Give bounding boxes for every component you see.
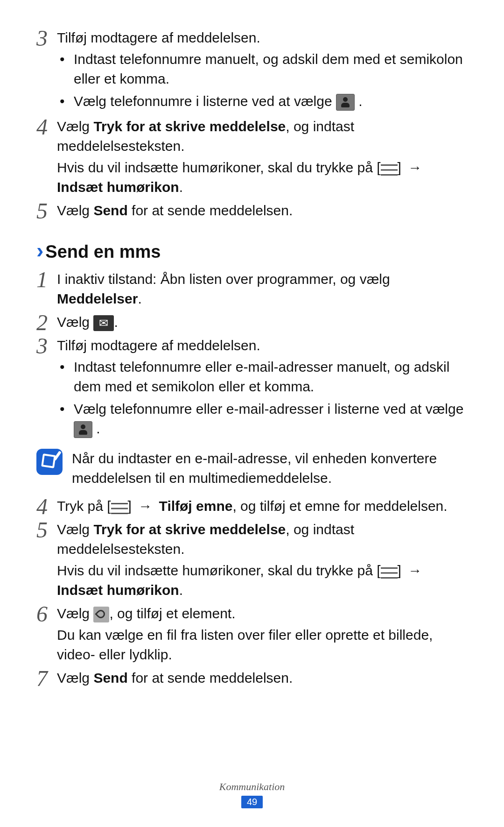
bullet-item: Vælg telefonnumre i listerne ved at vælg… — [74, 92, 468, 111]
step-line: Vælg Send for at sende meddelelsen. — [57, 201, 468, 220]
step-body: Vælg . — [57, 312, 468, 334]
menu-icon — [381, 567, 398, 579]
t: I inaktiv tilstand: Åbn listen over prog… — [57, 271, 390, 287]
note-icon — [36, 449, 63, 475]
step-line: I inaktiv tilstand: Åbn listen over prog… — [57, 269, 468, 309]
step-body: I inaktiv tilstand: Åbn listen over prog… — [57, 269, 468, 311]
step-body: Tilføj modtagere af meddelelsen. Indtast… — [57, 336, 468, 442]
manual-page: 3 Tilføj modtagere af meddelelsen. Indta… — [0, 0, 504, 827]
t: Hvis du vil indsætte humørikoner, skal d… — [57, 563, 381, 578]
step-line: Du kan vælge en fil fra listen over file… — [57, 625, 468, 664]
step-line: Hvis du vil indsætte humørikoner, skal d… — [57, 561, 468, 600]
compose-icon — [93, 315, 114, 331]
step-line: Tryk på [] → Tilføj emne, og tilføj et e… — [57, 496, 468, 516]
t: , og tilføj et emne for meddelelsen. — [232, 498, 447, 514]
step-line: Vælg . — [57, 312, 468, 332]
trail: . — [358, 93, 362, 109]
t-bold: Indsæt humørikon — [57, 582, 179, 598]
t: , og tilføj et element. — [109, 606, 235, 621]
bullet-text: Vælg telefonnumre eller e-mail-adresser … — [74, 401, 463, 417]
t-bold: Tryk for at skrive meddelelse — [93, 119, 286, 134]
step-5a: 5 Vælg Send for at sende meddelelsen. — [36, 201, 468, 222]
mms-step-4: 4 Tryk på [] → Tilføj emne, og tilføj et… — [36, 496, 468, 518]
t: ] — [128, 498, 136, 514]
t-bold: Send — [93, 670, 127, 686]
t-bold: Meddelelser — [57, 291, 138, 306]
contact-icon — [74, 421, 92, 438]
step-body: Vælg Tryk for at skrive meddelelse, og i… — [57, 117, 468, 199]
arrow-icon: → — [408, 158, 422, 177]
t: . — [179, 179, 183, 195]
step-number: 4 — [36, 117, 57, 136]
mms-step-1: 1 I inaktiv tilstand: Åbn listen over pr… — [36, 269, 468, 311]
t: . — [138, 291, 141, 306]
step-line: Hvis du vil indsætte humørikoner, skal d… — [57, 158, 468, 197]
t: Vælg — [57, 606, 93, 621]
step-4a: 4 Vælg Tryk for at skrive meddelelse, og… — [36, 117, 468, 199]
bullet-text: Vælg telefonnumre i listerne ved at vælg… — [74, 93, 336, 109]
step-line: Vælg Tryk for at skrive meddelelse, og i… — [57, 117, 468, 156]
contact-icon — [336, 94, 355, 111]
t: . — [114, 314, 118, 330]
step-3a: 3 Tilføj modtagere af meddelelsen. Indta… — [36, 28, 468, 115]
step-number: 1 — [36, 269, 57, 289]
page-footer: Kommunikation 49 — [0, 781, 504, 808]
chevron-icon: › — [36, 241, 43, 260]
page-number: 49 — [241, 796, 263, 808]
mms-step-7: 7 Vælg Send for at sende meddelelsen. — [36, 668, 468, 690]
arrow-icon: → — [138, 496, 152, 516]
mms-step-5: 5 Vælg Tryk for at skrive meddelelse, og… — [36, 520, 468, 602]
step-number: 5 — [36, 201, 57, 220]
section-title: Send en mms — [45, 242, 161, 262]
bullet-item: Vælg telefonnumre eller e-mail-adresser … — [74, 399, 468, 438]
t: Tryk på [ — [57, 498, 111, 514]
menu-icon — [111, 503, 128, 514]
step-body: Vælg Send for at sende meddelelsen. — [57, 201, 468, 222]
step-body: Tryk på [] → Tilføj emne, og tilføj et e… — [57, 496, 468, 518]
step-body: Tilføj modtagere af meddelelsen. Indtast… — [57, 28, 468, 115]
step-number: 3 — [36, 336, 57, 355]
t: Vælg — [57, 670, 93, 686]
step-number: 7 — [36, 668, 57, 688]
step-number: 4 — [36, 496, 57, 516]
t: for at sende meddelelsen. — [128, 670, 293, 686]
footer-section-label: Kommunikation — [0, 781, 504, 793]
step-body: Vælg Tryk for at skrive meddelelse, og i… — [57, 520, 468, 602]
mms-step-3: 3 Tilføj modtagere af meddelelsen. Indta… — [36, 336, 468, 442]
step-number: 2 — [36, 312, 57, 332]
mms-step-6: 6 Vælg , og tilføj et element. Du kan væ… — [36, 604, 468, 666]
t-bold: Send — [93, 203, 127, 218]
step-number: 5 — [36, 520, 57, 539]
bullet-list: Indtast telefonnumre eller e-mail-adress… — [57, 357, 468, 438]
t: Hvis du vil indsætte humørikoner, skal d… — [57, 160, 381, 175]
t: . — [179, 582, 183, 598]
t: ] — [398, 563, 406, 578]
note-box: Når du indtaster en e-mail-adresse, vil … — [36, 449, 468, 488]
section-heading: › Send en mms — [36, 241, 468, 262]
bullet-item: Indtast telefonnumre eller e-mail-adress… — [74, 357, 468, 396]
step-text: Tilføj modtagere af meddelelsen. — [57, 28, 468, 48]
step-line: Vælg , og tilføj et element. — [57, 604, 468, 623]
attach-icon — [93, 607, 109, 622]
trail: . — [96, 421, 100, 436]
t: ] — [398, 160, 406, 175]
step-number: 6 — [36, 604, 57, 623]
step-text: Tilføj modtagere af meddelelsen. — [57, 336, 468, 355]
t: Vælg — [57, 314, 93, 330]
step-line: Vælg Tryk for at skrive meddelelse, og i… — [57, 520, 468, 559]
menu-icon — [381, 164, 398, 176]
t-bold: Tryk for at skrive meddelelse — [93, 522, 286, 537]
step-number: 3 — [36, 28, 57, 48]
t: for at sende meddelelsen. — [128, 203, 293, 218]
step-line: Vælg Send for at sende meddelelsen. — [57, 668, 468, 688]
t: Vælg — [57, 119, 93, 134]
bullet-item: Indtast telefonnumre manuelt, og adskil … — [74, 49, 468, 89]
arrow-icon: → — [408, 561, 422, 580]
t: Vælg — [57, 203, 93, 218]
t — [155, 498, 159, 514]
bullet-list: Indtast telefonnumre manuelt, og adskil … — [57, 49, 468, 111]
t-bold: Indsæt humørikon — [57, 179, 179, 195]
step-body: Vælg Send for at sende meddelelsen. — [57, 668, 468, 690]
t: Vælg — [57, 522, 93, 537]
mms-step-2: 2 Vælg . — [36, 312, 468, 334]
